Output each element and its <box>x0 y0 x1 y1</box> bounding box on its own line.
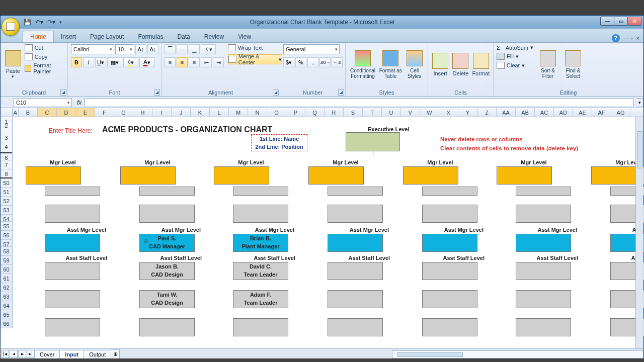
minimize-ribbon-icon[interactable]: — <box>623 35 628 41</box>
asst-staff-box[interactable] <box>328 290 383 308</box>
hscroll-thumb[interactable] <box>397 352 463 357</box>
office-button[interactable] <box>2 18 20 36</box>
fx-icon[interactable]: fx <box>77 99 82 106</box>
col-AA[interactable]: AA <box>497 108 516 117</box>
vertical-scrollbar[interactable] <box>635 117 643 358</box>
indent-decrease-button[interactable]: ⇤ <box>201 57 212 67</box>
staff-box[interactable] <box>516 205 571 223</box>
decrease-decimal-button[interactable]: ←.0 <box>332 57 343 67</box>
col-T[interactable]: T <box>363 108 382 117</box>
align-right-button[interactable]: ≡ <box>189 57 200 67</box>
tab-home[interactable]: Home <box>23 31 54 42</box>
staff-box[interactable] <box>233 205 288 223</box>
bold-button[interactable]: B <box>71 57 82 67</box>
select-all-corner[interactable] <box>1 108 13 117</box>
tab-view[interactable]: View <box>231 31 258 42</box>
font-name-combo[interactable]: Calibri <box>71 44 114 54</box>
col-C[interactable]: C <box>38 108 57 117</box>
delete-cells-button[interactable]: Delete <box>451 44 469 84</box>
asst-staff-box[interactable] <box>328 318 383 336</box>
sheet-content[interactable]: Enter Title Here: ACME PRODUCTS - ORGANI… <box>13 117 643 358</box>
mgr-box[interactable] <box>308 166 364 185</box>
col-G[interactable]: G <box>114 108 133 117</box>
asst-staff-box[interactable] <box>233 318 288 336</box>
col-A[interactable]: A <box>13 108 19 117</box>
font-color-button[interactable]: A▾ <box>139 57 154 67</box>
col-AC[interactable]: AC <box>535 108 554 117</box>
tab-page-layout[interactable]: Page Layout <box>83 31 131 42</box>
mgr-box[interactable] <box>214 166 269 185</box>
sort-filter-button[interactable]: Sort & Filter <box>537 44 558 84</box>
clipboard-dialog-launcher[interactable]: ◢ <box>60 89 66 96</box>
mgr-box[interactable] <box>26 166 81 185</box>
col-AG[interactable]: AG <box>611 108 630 117</box>
col-AE[interactable]: AE <box>573 108 592 117</box>
asst-staff-box[interactable] <box>422 318 477 336</box>
staff-box[interactable] <box>233 187 288 196</box>
number-format-combo[interactable]: General <box>283 44 340 54</box>
mgr-box[interactable] <box>403 166 458 185</box>
save-icon[interactable]: 💾 <box>24 19 31 26</box>
align-left-button[interactable]: ≡ <box>165 57 176 67</box>
shrink-font-button[interactable]: A↓ <box>147 44 158 54</box>
col-Q[interactable]: Q <box>305 108 325 117</box>
col-R[interactable]: R <box>325 108 344 117</box>
asst-mgr-box[interactable] <box>422 234 477 252</box>
minimize-button[interactable]: — <box>600 17 614 26</box>
clear-button[interactable]: Clear▾ <box>497 62 533 69</box>
col-AB[interactable]: AB <box>516 108 535 117</box>
autosum-button[interactable]: Σ AutoSum▾ <box>497 44 533 51</box>
underline-button[interactable]: U▾ <box>95 57 106 67</box>
copy-button[interactable]: Copy <box>25 53 64 60</box>
col-K[interactable]: K <box>191 108 210 117</box>
tab-nav-last[interactable]: ▸| <box>27 350 35 358</box>
wrap-text-button[interactable]: Wrap Text <box>228 44 282 51</box>
paste-button[interactable]: Paste▾ <box>4 44 23 84</box>
font-dialog-launcher[interactable]: ◢ <box>154 89 160 96</box>
staff-box[interactable] <box>45 205 100 223</box>
orientation-button[interactable]: ⤹▾ <box>201 44 216 54</box>
col-E[interactable]: E <box>76 108 95 117</box>
find-select-button[interactable]: Find & Select <box>562 44 584 84</box>
border-button[interactable]: ▦▾ <box>107 57 122 67</box>
close-workbook-icon[interactable]: × <box>636 35 639 41</box>
tab-data[interactable]: Data <box>170 31 197 42</box>
insert-cells-button[interactable]: Insert <box>431 44 449 84</box>
worksheet-grid[interactable]: 1 2 3 4 6 7 8 50 51 52 53 54 55 56 57 58… <box>1 117 643 358</box>
format-cells-button[interactable]: Format <box>472 44 490 84</box>
restore-window-icon[interactable]: ▫ <box>631 35 633 41</box>
increase-decimal-button[interactable]: .00→ <box>319 57 331 67</box>
merge-center-button[interactable]: Merge & Center▾ <box>228 54 282 64</box>
col-AD[interactable]: AD <box>554 108 573 117</box>
asst-staff-box[interactable] <box>139 318 195 336</box>
tab-review[interactable]: Review <box>197 31 231 42</box>
mgr-box[interactable] <box>497 166 552 185</box>
asst-mgr-box[interactable] <box>516 234 571 252</box>
col-L[interactable]: L <box>210 108 229 117</box>
asst-staff-box[interactable] <box>45 318 100 336</box>
asst-staff-box[interactable] <box>516 318 571 336</box>
redo-icon[interactable]: ↷▾ <box>47 19 55 26</box>
format-painter-button[interactable]: Format Painter <box>25 62 64 74</box>
number-dialog-launcher[interactable]: ◢ <box>338 89 344 96</box>
asst-staff-box[interactable] <box>45 262 100 280</box>
staff-box[interactable] <box>139 205 195 223</box>
percent-button[interactable]: % <box>295 57 306 67</box>
chart-title[interactable]: ACME PRODUCTS - ORGANIZATION CHART <box>102 125 272 134</box>
asst-staff-box[interactable] <box>516 262 571 280</box>
column-headers[interactable]: A B C D E F G H I J K L M N O P Q R S T … <box>1 108 643 117</box>
col-F[interactable]: F <box>95 108 114 117</box>
tab-formulas[interactable]: Formulas <box>131 31 170 42</box>
expand-formula-bar-icon[interactable]: ▾ <box>636 98 643 107</box>
col-U[interactable]: U <box>382 108 401 117</box>
asst-staff-box[interactable]: Tami W.CAD Design <box>139 290 195 308</box>
name-box[interactable]: C10 <box>14 98 72 107</box>
help-icon[interactable]: ? <box>612 34 620 42</box>
horizontal-scrollbar[interactable] <box>392 350 643 358</box>
staff-box[interactable] <box>422 205 477 223</box>
col-AF[interactable]: AF <box>592 108 611 117</box>
col-N[interactable]: N <box>248 108 267 117</box>
font-size-combo[interactable]: 10 <box>115 44 134 54</box>
conditional-formatting-button[interactable]: Conditional Formatting <box>349 44 377 84</box>
col-M[interactable]: M <box>229 108 248 117</box>
